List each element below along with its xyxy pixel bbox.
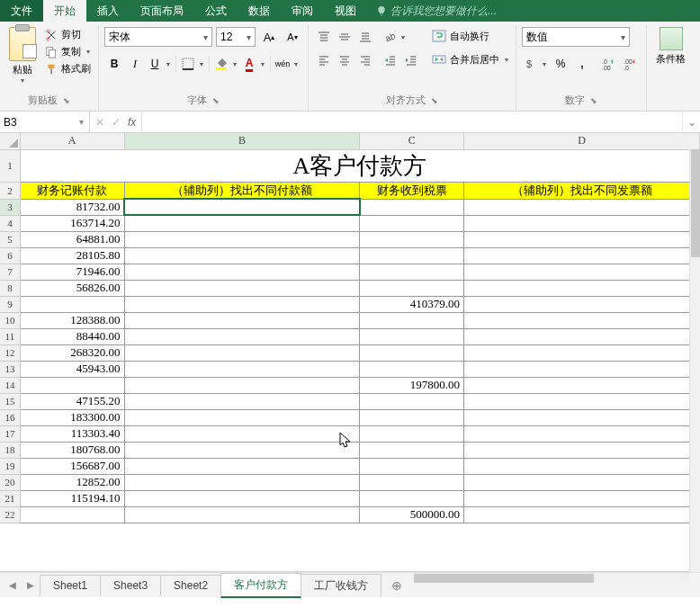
data-cell[interactable] [360,344,464,361]
align-top-button[interactable] [314,27,334,47]
data-cell[interactable] [360,264,464,280]
data-cell[interactable] [464,361,700,377]
align-center-button[interactable] [335,50,354,70]
data-cell[interactable]: 88440.00 [20,328,124,344]
row-header[interactable]: 13 [0,361,20,377]
data-cell[interactable] [464,247,700,264]
data-cell[interactable] [464,442,700,458]
data-cell[interactable]: 113303.40 [20,425,124,442]
row-header[interactable]: 22 [0,506,20,523]
row-header[interactable]: 8 [0,280,20,296]
row-header[interactable]: 16 [0,409,20,425]
font-size-select[interactable]: 12 [216,27,256,47]
data-cell[interactable]: 183300.00 [20,409,124,425]
data-cell[interactable] [464,312,700,328]
data-cell[interactable] [124,247,360,264]
data-cell[interactable] [360,409,464,425]
row-header[interactable]: 20 [0,474,20,490]
row-header[interactable]: 7 [0,264,20,280]
data-cell[interactable] [124,425,360,442]
data-cell[interactable] [124,506,360,523]
data-cell[interactable] [124,215,360,231]
header-cell[interactable]: 财务收到税票 [360,182,464,199]
data-cell[interactable] [464,474,700,490]
formula-input[interactable] [142,112,682,132]
data-cell[interactable]: 12852.00 [20,474,124,490]
data-cell[interactable] [360,458,464,474]
col-header-B[interactable]: B [124,133,360,149]
sheet-tab-active[interactable]: 客户付款方 [220,573,301,598]
data-cell[interactable] [360,442,464,458]
row-header[interactable]: 12 [0,344,20,361]
decrease-font-button[interactable]: A▾ [283,27,302,47]
data-cell[interactable] [464,231,700,247]
data-cell[interactable]: 156687.00 [20,458,124,474]
row-header[interactable]: 14 [0,377,20,393]
name-box[interactable]: B3 [0,112,90,132]
data-cell[interactable] [360,425,464,442]
sheet-tab[interactable]: Sheet2 [160,575,221,595]
row-header[interactable]: 3 [0,199,20,215]
data-cell[interactable]: 500000.00 [360,506,464,523]
next-sheet-button[interactable]: ▶ [22,580,40,590]
data-cell[interactable]: 115194.10 [20,490,124,506]
font-color-button[interactable]: A [240,54,267,74]
data-cell[interactable]: 56826.00 [20,280,124,296]
tab-data[interactable]: 数据 [238,0,281,22]
data-cell[interactable] [360,231,464,247]
data-cell[interactable] [20,296,124,312]
clipboard-launcher-icon[interactable]: ⬊ [63,96,70,105]
conditional-format-button[interactable]: 条件格 [656,27,686,66]
data-cell[interactable] [464,393,700,409]
data-cell[interactable]: 71946.00 [20,264,124,280]
orientation-button[interactable]: ab [381,27,408,47]
col-header-C[interactable]: C [360,133,464,149]
border-button[interactable] [179,54,206,74]
format-painter-button[interactable]: 格式刷 [43,61,93,76]
data-cell[interactable]: 47155.20 [20,393,124,409]
data-cell[interactable] [360,199,464,215]
sheet-tab[interactable]: Sheet3 [100,575,161,595]
row-header[interactable]: 11 [0,328,20,344]
data-cell[interactable]: 81732.00 [20,199,124,215]
cancel-formula-icon[interactable]: ✕ [95,116,104,129]
tab-view[interactable]: 视图 [324,0,367,22]
merge-center-button[interactable]: 合并后居中▾ [430,50,510,68]
align-bottom-button[interactable] [355,27,375,47]
data-cell[interactable] [124,442,360,458]
data-cell[interactable] [124,328,360,344]
select-all-corner[interactable] [0,133,20,149]
data-cell[interactable] [464,199,700,215]
number-format-select[interactable]: 数值 [522,27,630,47]
cut-button[interactable]: 剪切 [43,27,93,42]
italic-button[interactable]: I [125,54,145,74]
row-header[interactable]: 15 [0,393,20,409]
data-cell[interactable] [360,247,464,264]
data-cell[interactable] [124,409,360,425]
decrease-indent-button[interactable] [381,50,400,70]
data-cell[interactable] [464,344,700,361]
expand-formula-bar-icon[interactable]: ⌄ [682,112,700,132]
data-cell[interactable] [464,328,700,344]
font-launcher-icon[interactable]: ⬊ [212,96,220,105]
copy-button[interactable]: 复制▾ [43,44,93,59]
data-cell[interactable] [124,458,360,474]
row-header[interactable]: 19 [0,458,20,474]
tab-formulas[interactable]: 公式 [194,0,238,22]
align-launcher-icon[interactable]: ⬊ [431,96,438,105]
align-middle-button[interactable] [335,27,354,47]
currency-button[interactable]: $ [522,54,549,74]
data-cell[interactable] [124,264,360,280]
data-cell[interactable] [360,474,464,490]
row-header[interactable]: 6 [0,247,20,264]
percent-button[interactable]: % [551,54,570,74]
data-cell[interactable] [124,296,360,312]
data-cell[interactable]: 197800.00 [360,377,464,393]
row-header[interactable]: 17 [0,425,20,442]
font-name-select[interactable]: 宋体 [104,27,212,47]
data-cell[interactable] [124,377,360,393]
data-cell[interactable] [124,393,360,409]
data-cell[interactable] [464,506,700,523]
data-cell[interactable] [124,231,360,247]
prev-sheet-button[interactable]: ◀ [4,580,22,590]
